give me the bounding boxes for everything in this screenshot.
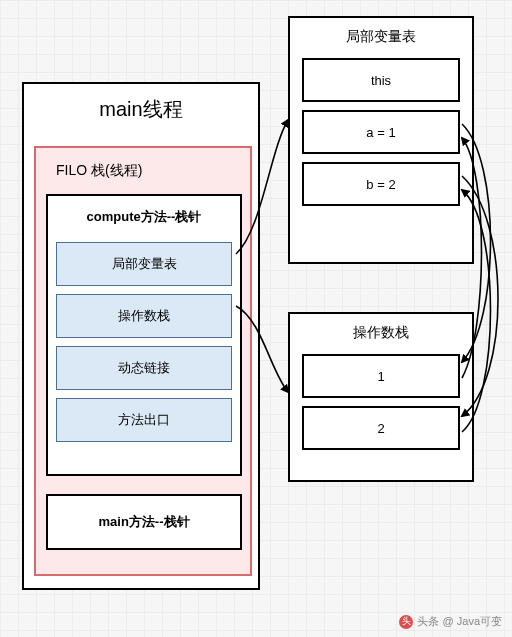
ops-cell-2: 2 — [302, 406, 460, 450]
local-var-table-box: 局部变量表 this a = 1 b = 2 — [288, 16, 474, 264]
main-frame-box: main方法--栈针 — [46, 494, 242, 550]
main-frame-title: main方法--栈针 — [99, 513, 190, 531]
compute-frame-title: compute方法--栈针 — [48, 196, 240, 234]
filo-stack-box: FILO 栈(线程) compute方法--栈针 局部变量表 操作数栈 动态链接… — [34, 146, 252, 576]
operand-stack-box: 操作数栈 1 2 — [288, 312, 474, 482]
watermark: 头 头条 @ Java可变 — [399, 614, 502, 629]
operand-stack-title: 操作数栈 — [290, 314, 472, 346]
slot-dynamic-link: 动态链接 — [56, 346, 232, 390]
watermark-text: 头条 @ Java可变 — [417, 614, 502, 629]
lvt-cell-b: b = 2 — [302, 162, 460, 206]
slot-method-exit: 方法出口 — [56, 398, 232, 442]
lvt-cell-this: this — [302, 58, 460, 102]
filo-title: FILO 栈(线程) — [36, 148, 250, 180]
slot-operand-stack: 操作数栈 — [56, 294, 232, 338]
lvt-cell-a: a = 1 — [302, 110, 460, 154]
main-thread-box: main线程 FILO 栈(线程) compute方法--栈针 局部变量表 操作… — [22, 82, 260, 590]
slot-local-var-table: 局部变量表 — [56, 242, 232, 286]
ops-cell-1: 1 — [302, 354, 460, 398]
local-var-table-title: 局部变量表 — [290, 18, 472, 50]
watermark-icon: 头 — [399, 615, 413, 629]
compute-frame-box: compute方法--栈针 局部变量表 操作数栈 动态链接 方法出口 — [46, 194, 242, 476]
main-thread-title: main线程 — [24, 84, 258, 123]
